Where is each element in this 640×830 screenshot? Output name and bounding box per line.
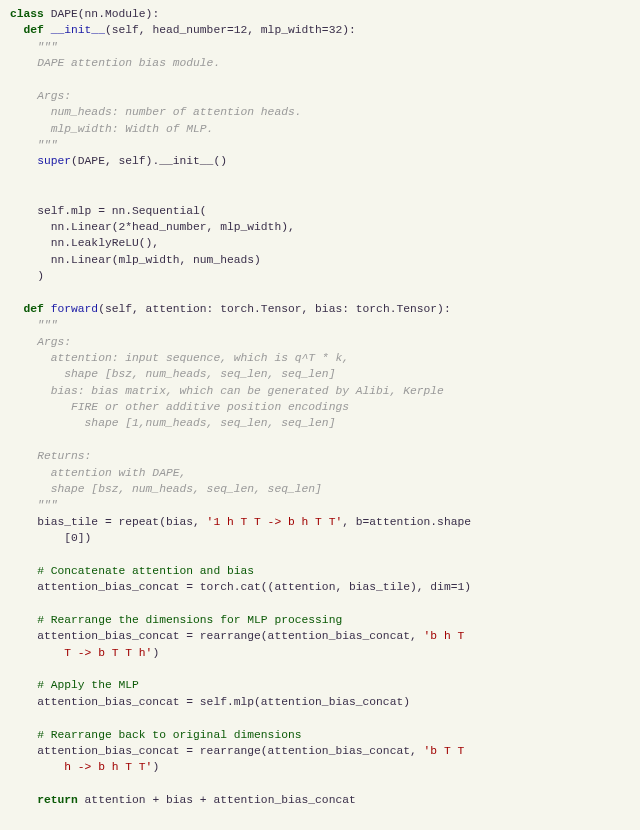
init-sig: (self, head_number=12, mlp_width=32): xyxy=(105,24,356,36)
keyword-def: def xyxy=(24,303,44,315)
keyword-return: return xyxy=(37,794,78,806)
str-einops: h -> b h T T' xyxy=(64,761,152,773)
doc-args-hdr: Args: xyxy=(37,336,71,348)
docstring-close: """ xyxy=(37,139,57,151)
mlp-close: ) xyxy=(37,270,44,282)
str-einops: 'b T T xyxy=(424,745,465,757)
doc-arg: attention: input sequence, which is q^T … xyxy=(37,352,349,364)
rearrange2-close: ) xyxy=(152,761,159,773)
doc-line: DAPE attention bias module. xyxy=(37,57,220,69)
comment: # Apply the MLP xyxy=(37,679,139,691)
doc-args-hdr: Args: xyxy=(37,90,71,102)
doc-ret: shape [bsz, num_heads, seq_len, seq_len] xyxy=(37,483,322,495)
bias-tile-cont: [0]) xyxy=(64,532,91,544)
rearrange1-left: attention_bias_concat = rearrange(attent… xyxy=(37,630,423,642)
doc-arg: num_heads: number of attention heads. xyxy=(37,106,301,118)
rearrange2-left: attention_bias_concat = rearrange(attent… xyxy=(37,745,423,757)
class-decl: DAPE(nn.Module): xyxy=(51,8,159,20)
doc-arg: FIRE or other additive position encoding… xyxy=(37,401,349,413)
torch-cat: attention_bias_concat = torch.cat((atten… xyxy=(37,581,471,593)
doc-arg: shape [bsz, num_heads, seq_len, seq_len] xyxy=(37,368,335,380)
super-rest: (DAPE, self).__init__() xyxy=(71,155,227,167)
docstring-open: """ xyxy=(37,319,57,331)
doc-arg: bias: bias matrix, which can be generate… xyxy=(37,385,444,397)
mlp-line: nn.LeaklyReLU(), xyxy=(37,237,159,249)
doc-returns-hdr: Returns: xyxy=(37,450,91,462)
return-expr: attention + bias + attention_bias_concat xyxy=(78,794,356,806)
str-einops: T -> b T T h' xyxy=(64,647,152,659)
str-einops: 'b h T xyxy=(424,630,465,642)
str-einops: '1 h T T -> b h T T' xyxy=(207,516,343,528)
docstring-open: """ xyxy=(37,41,57,53)
comment: # Rearrange the dimensions for MLP proce… xyxy=(37,614,342,626)
comment: # Concatenate attention and bias xyxy=(37,565,254,577)
docstring-close: """ xyxy=(37,499,57,511)
rearrange1-close: ) xyxy=(152,647,159,659)
fn-forward: forward xyxy=(51,303,98,315)
forward-sig: (self, attention: torch.Tensor, bias: to… xyxy=(98,303,451,315)
bias-tile-left: bias_tile = repeat(bias, xyxy=(37,516,206,528)
keyword-def: def xyxy=(24,24,44,36)
keyword-class: class xyxy=(10,8,44,20)
mlp-def: self.mlp = nn.Sequential( xyxy=(37,205,206,217)
code-block: class DAPE(nn.Module): def __init__(self… xyxy=(0,0,640,818)
comment: # Rearrange back to original dimensions xyxy=(37,729,301,741)
mlp-line: nn.Linear(2*head_number, mlp_width), xyxy=(37,221,295,233)
mlp-apply: attention_bias_concat = self.mlp(attenti… xyxy=(37,696,410,708)
doc-ret: attention with DAPE, xyxy=(37,467,186,479)
fn-super: super xyxy=(37,155,71,167)
doc-arg: mlp_width: Width of MLP. xyxy=(37,123,213,135)
fn-init: __init__ xyxy=(51,24,105,36)
doc-arg: shape [1,num_heads, seq_len, seq_len] xyxy=(37,417,335,429)
bias-tile-right: , b=attention.shape xyxy=(342,516,471,528)
mlp-line: nn.Linear(mlp_width, num_heads) xyxy=(37,254,261,266)
